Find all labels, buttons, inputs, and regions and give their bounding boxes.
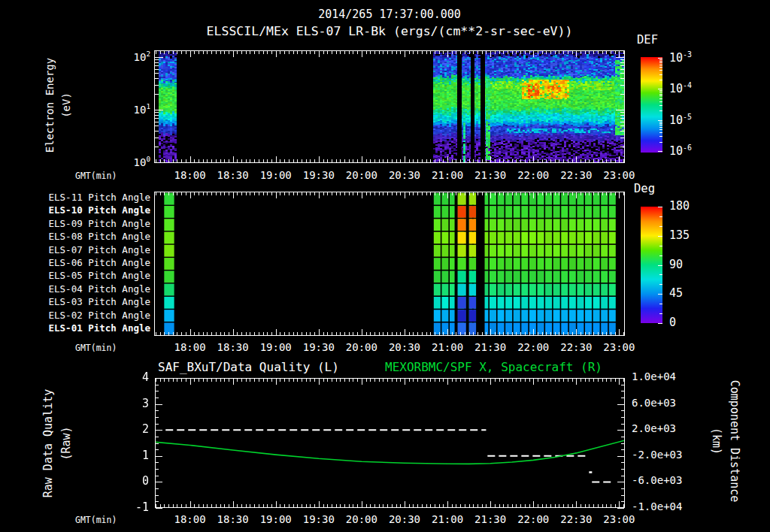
- tick-mark: [387, 51, 388, 54]
- tick-mark: [155, 59, 159, 60]
- tick-mark: [370, 192, 371, 195]
- timestamp-title: 2014/265 17:37:00.000: [0, 8, 770, 21]
- y-tick-label: 100: [117, 156, 150, 168]
- tick-mark: [374, 379, 375, 382]
- tick-mark: [555, 504, 556, 507]
- quality-axis-label: Raw Data Quality: [41, 379, 55, 507]
- tick-mark: [482, 504, 483, 507]
- tick-mark: [533, 501, 534, 507]
- tick-mark: [173, 51, 174, 54]
- tick-mark: [533, 379, 534, 385]
- x-axis-title: GMT(min): [75, 171, 117, 181]
- tick-mark: [473, 504, 474, 507]
- tick-mark: [392, 332, 393, 335]
- tick-mark: [508, 51, 508, 54]
- tick-mark: [469, 159, 470, 162]
- distance-tick-label: 6.0e+03: [632, 397, 692, 409]
- x-tick-label: 18:00: [168, 342, 213, 353]
- tick-mark: [659, 80, 662, 80]
- tick-mark: [267, 159, 268, 162]
- pitch-row-label: ELS-08 Pitch Angle: [30, 231, 150, 242]
- tick-mark: [280, 51, 280, 54]
- distance-tick-label: -1.0e+04: [632, 501, 692, 512]
- tick-mark: [224, 504, 225, 507]
- tick-mark: [659, 129, 662, 130]
- tick-mark: [164, 504, 165, 507]
- tick-mark: [422, 379, 423, 382]
- tick-mark: [250, 192, 250, 195]
- tick-mark: [619, 192, 620, 198]
- deg-colorbar-tick-label: 180: [669, 200, 690, 213]
- tick-mark: [276, 51, 277, 57]
- tick-mark: [194, 51, 195, 54]
- tick-mark: [477, 159, 478, 162]
- tick-mark: [168, 332, 169, 335]
- tick-mark: [585, 192, 586, 195]
- tick-mark: [199, 504, 199, 507]
- tick-mark: [297, 159, 298, 162]
- tick-mark: [516, 159, 517, 162]
- tick-mark: [241, 159, 242, 162]
- tick-mark: [155, 57, 163, 58]
- x-tick-label: 22:30: [553, 342, 599, 353]
- tick-mark: [156, 449, 159, 450]
- tick-mark: [155, 85, 159, 86]
- deg-colorbar-tick-label: 0: [669, 316, 676, 329]
- tick-mark: [357, 504, 358, 507]
- tick-mark: [659, 132, 662, 133]
- tick-mark: [173, 379, 174, 382]
- tick-mark: [190, 329, 191, 335]
- distance-tick-label: -2.0e+03: [632, 449, 692, 461]
- tick-mark: [460, 332, 461, 335]
- tick-mark: [314, 379, 315, 382]
- tick-mark: [220, 504, 221, 507]
- tick-mark: [658, 89, 662, 89]
- tick-mark: [499, 332, 500, 335]
- tick-mark: [598, 159, 599, 162]
- tick-mark: [405, 51, 405, 57]
- tick-mark: [529, 159, 530, 162]
- tick-mark: [173, 332, 174, 335]
- tick-mark: [310, 332, 311, 335]
- tick-mark: [572, 192, 573, 195]
- tick-mark: [160, 192, 161, 195]
- tick-mark: [366, 379, 367, 382]
- tick-mark: [598, 51, 599, 54]
- tick-mark: [495, 159, 496, 162]
- tick-mark: [284, 51, 285, 54]
- x-tick-label: 22:00: [511, 514, 556, 525]
- tick-mark: [447, 51, 448, 57]
- tick-mark: [400, 504, 401, 507]
- tick-mark: [284, 332, 285, 335]
- tick-mark: [271, 332, 272, 335]
- tick-mark: [621, 488, 625, 489]
- tick-mark: [576, 192, 577, 198]
- tick-mark: [516, 504, 517, 507]
- tick-mark: [323, 159, 324, 162]
- tick-mark: [659, 70, 662, 71]
- tick-mark: [392, 504, 393, 507]
- quality-tick-label: 0: [117, 475, 149, 488]
- tick-mark: [271, 379, 272, 382]
- x-tick-label: 18:00: [168, 514, 213, 525]
- tick-mark: [173, 504, 174, 507]
- tick-mark: [495, 192, 496, 195]
- tick-mark: [568, 159, 568, 162]
- tick-mark: [409, 379, 410, 382]
- tick-mark: [659, 246, 662, 246]
- tick-mark: [241, 192, 242, 195]
- tick-mark: [503, 504, 504, 507]
- tick-mark: [460, 192, 461, 195]
- tick-mark: [327, 159, 328, 162]
- tick-mark: [229, 332, 229, 335]
- tick-mark: [620, 85, 624, 86]
- tick-mark: [620, 69, 624, 70]
- tick-mark: [194, 332, 195, 335]
- tick-mark: [611, 379, 611, 382]
- tick-mark: [658, 207, 662, 207]
- tick-mark: [443, 504, 444, 507]
- x-tick-label: 19:30: [296, 170, 341, 181]
- tick-mark: [155, 122, 159, 122]
- tick-mark: [460, 51, 461, 54]
- tick-mark: [366, 332, 367, 335]
